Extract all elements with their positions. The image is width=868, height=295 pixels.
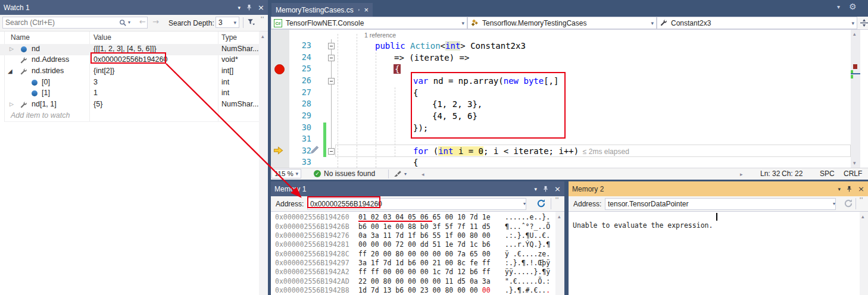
hscroll-right-icon[interactable]: ▸ xyxy=(740,171,743,177)
toolbar-overflow-icon[interactable]: '' xyxy=(555,196,559,203)
document-tab[interactable]: MemoryTestingCases.cs × xyxy=(271,3,373,17)
address-dropdown-chevron-icon[interactable]: ▾ xyxy=(523,201,526,206)
close-icon[interactable]: × xyxy=(554,186,561,192)
property-wrench-icon xyxy=(20,57,27,64)
window-position-chevron-icon[interactable]: ▾ xyxy=(535,186,538,192)
scroll-up-icon[interactable]: ▴ xyxy=(558,214,561,219)
search-depth-value: 3 xyxy=(218,18,223,27)
watch-name: [1] xyxy=(42,89,50,97)
fold-toggle-icon[interactable] xyxy=(328,148,335,155)
search-depth-select[interactable]: 3▾ xyxy=(216,17,239,28)
watch-value: 0x000002556b194260 xyxy=(93,55,167,64)
issues-status[interactable]: No issues found xyxy=(324,170,375,178)
tab-pin-icon[interactable] xyxy=(358,7,360,13)
change-bar xyxy=(323,123,326,157)
code-line-25[interactable]: { xyxy=(394,64,401,75)
code-line-32[interactable]: for (int i = 0; i < iterate; i++) ≤ 2ms … xyxy=(413,146,629,157)
cleanup-options-chevron-icon[interactable]: ▾ xyxy=(404,171,407,177)
watch-value: {int[2]} xyxy=(93,67,114,75)
code-line-24[interactable]: => (iterate) => xyxy=(394,52,469,64)
table-row[interactable]: ◢ nd.strides {int[2]} int[] xyxy=(0,66,259,77)
hscroll-left-icon[interactable]: ◂ xyxy=(421,171,424,177)
memory2-titlebar[interactable]: Memory 2 ▾ × xyxy=(569,181,868,196)
code-line-23[interactable]: public Action<int> Constant2x3 xyxy=(375,40,526,52)
codelens-references[interactable]: 1 reference xyxy=(364,32,396,39)
fold-toggle-icon[interactable] xyxy=(328,43,335,49)
forward-arrow-icon[interactable]: → xyxy=(152,17,159,26)
type-dropdown[interactable]: Tensorflow.MemoryTestingCases▾ xyxy=(467,17,657,29)
fold-toggle-icon[interactable] xyxy=(328,78,335,84)
line-number: 30 xyxy=(290,123,311,132)
project-dropdown[interactable]: C# TensorFlowNET.Console▾ xyxy=(271,17,467,29)
table-row[interactable]: ▷ nd[1, 1] {5} NumShar... xyxy=(0,99,259,111)
table-row[interactable]: nd.Address 0x000002556b194260 void* xyxy=(0,55,259,66)
split-window-icon[interactable] xyxy=(860,19,868,27)
memory1-titlebar[interactable]: Memory 1 ▾ × xyxy=(271,181,564,196)
watch-titlebar[interactable]: Watch 1 ▾ × xyxy=(0,0,268,15)
memory2-scrollbar[interactable]: ▴ xyxy=(860,212,868,295)
watch-name: nd[1, 1] xyxy=(32,100,57,108)
code-line-26[interactable]: var nd = np.array(new byte[,] xyxy=(413,76,558,87)
code-line-27[interactable]: { xyxy=(413,87,418,99)
back-arrow-icon[interactable]: ← xyxy=(139,17,146,26)
filter-watch-icon[interactable] xyxy=(246,18,255,27)
code-line-29[interactable]: {4, 5, 6} xyxy=(432,111,477,122)
expander-collapsed-icon[interactable]: ▷ xyxy=(10,46,14,52)
memory1-address-input[interactable] xyxy=(307,198,526,210)
pin-icon[interactable] xyxy=(246,4,252,11)
table-row[interactable]: [0] 3 int xyxy=(0,77,259,89)
line-number: 33 xyxy=(290,157,311,167)
annotation-underline-bytes xyxy=(358,221,432,222)
code-line-33[interactable]: { xyxy=(413,157,418,168)
pin-icon[interactable] xyxy=(542,186,549,192)
close-icon[interactable]: × xyxy=(858,186,864,192)
table-row[interactable]: [1] 1 int xyxy=(0,88,259,99)
close-icon[interactable]: × xyxy=(258,4,264,11)
column-header-type[interactable]: Type xyxy=(221,33,237,42)
watch-scrollbar[interactable]: ▴ xyxy=(259,32,268,295)
toolbar-overflow-icon[interactable]: '' xyxy=(860,196,863,203)
member-dropdown[interactable]: Constant2x3▾ xyxy=(657,17,857,29)
code-line-28[interactable]: {1, 2, 3}, xyxy=(432,99,482,110)
table-row[interactable]: ▷ nd {[[1, 2, 3], [4, 5, 6]]} NumShar... xyxy=(0,44,259,55)
code-line-30[interactable]: }); xyxy=(413,123,428,134)
refresh-icon[interactable] xyxy=(536,199,546,208)
gear-icon[interactable]: ⚙ xyxy=(849,2,857,11)
code-cleanup-broom-icon[interactable] xyxy=(394,170,402,178)
visual-studio-debug-workspace: Watch 1 ▾ × ▾ ← → Search Depth: 3▾ '' Na… xyxy=(0,0,868,295)
window-position-chevron-icon[interactable]: ▾ xyxy=(838,186,841,192)
scroll-up-icon[interactable]: ▴ xyxy=(853,31,856,37)
memory1-scrollbar[interactable]: ▴ xyxy=(555,212,564,295)
window-position-chevron-icon[interactable]: ▾ xyxy=(238,5,241,11)
scroll-down-icon[interactable]: ▾ xyxy=(853,160,856,166)
member-name: Constant2x3 xyxy=(671,19,711,27)
expander-expanded-icon[interactable]: ◢ xyxy=(8,68,13,74)
zoom-select[interactable]: 115 %▾ xyxy=(271,169,301,178)
line-number: 29 xyxy=(290,111,311,120)
scroll-up-icon[interactable]: ▴ xyxy=(861,214,864,219)
line-number: 26 xyxy=(290,76,311,85)
status-column: Ch: 22 xyxy=(782,170,803,178)
search-options-chevron-icon[interactable]: ▾ xyxy=(128,20,130,25)
health-check-icon[interactable]: ✓ xyxy=(314,170,321,177)
toolbar-overflow-icon[interactable]: '' xyxy=(261,15,264,23)
status-line: Ln: 32 xyxy=(760,170,780,178)
scroll-up-icon[interactable]: ▴ xyxy=(261,33,264,39)
search-icon[interactable] xyxy=(119,19,127,27)
memory1-title: Memory 1 xyxy=(274,185,306,193)
watch-type: int[] xyxy=(221,67,233,75)
tab-close-icon[interactable]: × xyxy=(364,5,369,14)
expander-collapsed-icon[interactable]: ▷ xyxy=(10,101,14,107)
column-header-name[interactable]: Name xyxy=(11,33,30,42)
add-watch-row[interactable]: Add item to watch xyxy=(0,111,259,122)
line-number: 25 xyxy=(290,64,311,73)
address-dropdown-chevron-icon[interactable]: ▾ xyxy=(833,201,835,206)
editor-options-chevron-icon[interactable]: ▾ xyxy=(837,4,840,10)
memory2-address-input[interactable] xyxy=(605,198,836,210)
breakpoint-icon[interactable] xyxy=(274,64,285,74)
pin-icon[interactable] xyxy=(846,186,853,192)
editor-vertical-scrollbar[interactable]: ▴ ▾ xyxy=(851,30,860,168)
column-header-value[interactable]: Value xyxy=(93,33,111,42)
csharp-project-icon: C# xyxy=(274,19,282,27)
fold-toggle-icon[interactable] xyxy=(328,55,335,61)
